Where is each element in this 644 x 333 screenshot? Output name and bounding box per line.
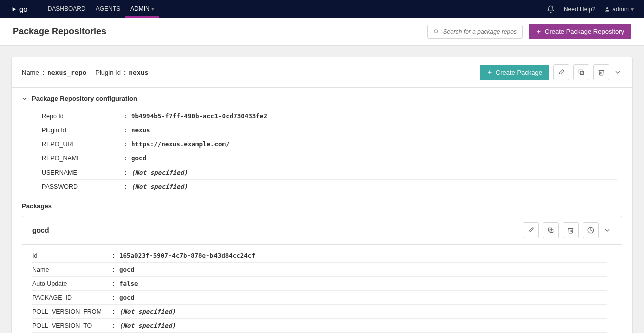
topbar-right: Need Help? admin ▾ <box>547 5 634 13</box>
topbar: go DASHBOARD AGENTS ADMIN ▾ Need Help? a… <box>0 0 644 18</box>
nav-admin[interactable]: ADMIN ▾ <box>125 0 159 18</box>
chevron-down-icon <box>614 68 622 76</box>
user-label: admin <box>612 6 629 13</box>
usages-package-button[interactable] <box>583 222 599 238</box>
clone-package-button[interactable] <box>543 222 559 238</box>
package-value: 165a023f-5907-4c7b-878e-b43d84cc24cf <box>119 252 255 259</box>
config-value: (Not specified) <box>131 169 188 176</box>
notifications-icon[interactable] <box>547 5 555 13</box>
trash-icon <box>598 69 605 76</box>
repo-plugin-label: Plugin Id <box>95 69 121 76</box>
nav-agents[interactable]: AGENTS <box>91 0 125 18</box>
copy-icon <box>578 69 585 76</box>
search-input[interactable] <box>443 28 518 35</box>
page-header: Package Repositories Create Package Repo… <box>0 18 644 46</box>
nav-admin-label: ADMIN <box>130 5 150 12</box>
config-value: nexus <box>131 126 150 134</box>
repo-actions: Create Package <box>480 64 622 80</box>
caret-down-icon: ▾ <box>631 6 634 13</box>
package-row: Auto Update:false <box>32 277 607 291</box>
clone-repo-button[interactable] <box>573 64 589 80</box>
user-icon <box>604 6 610 12</box>
config-row: REPO_URL:https://nexus.example.com/ <box>42 137 617 151</box>
page-title: Package Repositories <box>13 26 106 37</box>
package-row: Id:165a023f-5907-4c7b-878e-b43d84cc24cf <box>32 249 607 263</box>
package-key: Id <box>32 252 112 259</box>
package-row: POLL_VERSION_FROM:(Not specified) <box>32 305 607 319</box>
repo-name-value: nexus_repo <box>47 69 86 76</box>
package-value: gocd <box>119 266 134 273</box>
config-value: (Not specified) <box>131 183 188 190</box>
content: Name : nexus_repo Plugin Id : nexus Crea… <box>0 46 644 333</box>
edit-package-button[interactable] <box>523 222 539 238</box>
config-row: USERNAME:(Not specified) <box>42 165 617 180</box>
package-header: gocd <box>22 216 622 245</box>
package-value: (Not specified) <box>119 322 176 329</box>
delete-repo-button[interactable] <box>593 64 609 80</box>
logo-text: go <box>19 5 28 13</box>
package-key: PACKAGE_ID <box>32 294 112 301</box>
search-box[interactable] <box>427 25 523 39</box>
copy-icon <box>547 227 554 234</box>
package-key: POLL_VERSION_FROM <box>32 308 112 315</box>
config-row: Plugin Id:nexus <box>42 123 617 137</box>
svg-point-1 <box>434 30 438 33</box>
search-icon <box>433 28 439 35</box>
config-key: Plugin Id <box>42 127 124 134</box>
package-value: false <box>119 280 138 287</box>
collapse-repo-button[interactable] <box>613 68 622 76</box>
repository-header: Name : nexus_repo Plugin Id : nexus Crea… <box>12 57 632 88</box>
config-key: USERNAME <box>42 169 124 176</box>
pie-icon <box>587 227 594 234</box>
packages-heading: Packages <box>12 193 632 216</box>
user-menu[interactable]: admin ▾ <box>604 6 634 13</box>
top-nav: DASHBOARD AGENTS ADMIN ▾ <box>43 0 159 18</box>
config-key: REPO_NAME <box>42 155 124 162</box>
svg-point-0 <box>606 7 608 9</box>
create-repository-label: Create Package Repository <box>545 28 624 35</box>
nav-dashboard[interactable]: DASHBOARD <box>43 0 91 18</box>
package-detail-rows: Id:165a023f-5907-4c7b-878e-b43d84cc24cfN… <box>22 245 622 333</box>
config-key: Repo Id <box>42 113 124 120</box>
package-key: POLL_VERSION_TO <box>32 322 112 329</box>
package-row: POLL_VERSION_TO:(Not specified) <box>32 319 607 333</box>
repo-config-title: Package Repository configuration <box>32 95 137 102</box>
collapse-package-button[interactable] <box>603 226 612 234</box>
repo-plugin-kv: Plugin Id : nexus <box>95 69 148 76</box>
repo-config-rows: Repo Id:9b4994b5-f7ff-490b-acc1-0cd73043… <box>12 109 632 193</box>
package-key: Name <box>32 266 112 273</box>
play-icon <box>10 6 17 13</box>
package-name: gocd <box>32 226 49 234</box>
delete-package-button[interactable] <box>563 222 579 238</box>
create-package-button[interactable]: Create Package <box>480 65 549 80</box>
logo[interactable]: go <box>10 5 28 13</box>
chevron-down-icon <box>22 96 28 102</box>
help-link[interactable]: Need Help? <box>564 6 595 13</box>
plus-icon <box>487 69 493 75</box>
package-row: PACKAGE_ID:gocd <box>32 291 607 305</box>
edit-repo-button[interactable] <box>553 64 569 80</box>
config-value: https://nexus.example.com/ <box>131 140 230 148</box>
caret-down-icon: ▾ <box>151 5 154 12</box>
config-key: REPO_URL <box>42 141 124 148</box>
chevron-down-icon <box>603 226 611 234</box>
edit-icon <box>558 69 565 76</box>
svg-line-2 <box>437 33 438 34</box>
config-row: Repo Id:9b4994b5-f7ff-490b-acc1-0cd73043… <box>42 109 617 123</box>
repo-name-label: Name <box>22 69 39 76</box>
repo-name-kv: Name : nexus_repo <box>22 69 86 76</box>
create-repository-button[interactable]: Create Package Repository <box>529 24 631 39</box>
config-row: REPO_NAME:gocd <box>42 151 617 165</box>
trash-icon <box>567 227 574 234</box>
config-row: PASSWORD:(Not specified) <box>42 180 617 193</box>
repository-card: Name : nexus_repo Plugin Id : nexus Crea… <box>11 57 633 333</box>
package-actions <box>523 222 612 238</box>
config-value: gocd <box>131 154 146 162</box>
create-package-label: Create Package <box>496 69 542 76</box>
config-key: PASSWORD <box>42 183 124 190</box>
package-value: gocd <box>119 294 134 301</box>
repo-plugin-value: nexus <box>129 69 148 76</box>
package-row: Name:gocd <box>32 263 607 277</box>
package-value: (Not specified) <box>119 308 176 315</box>
repo-config-header[interactable]: Package Repository configuration <box>12 88 632 109</box>
